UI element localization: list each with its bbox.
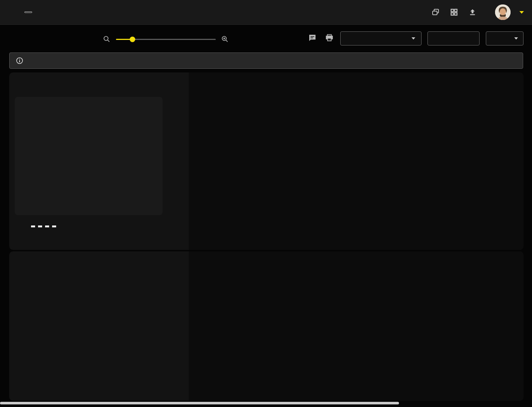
comments-icon[interactable]: [307, 33, 317, 43]
zoom-in-icon[interactable]: [220, 34, 230, 44]
pft-capacity-panel: [9, 72, 524, 250]
gantt-chart: [189, 251, 524, 401]
info-icon: [15, 56, 24, 65]
timeline-zoom-control: [102, 34, 230, 44]
user-menu-caret-icon[interactable]: [519, 11, 524, 14]
app-bar: [0, 0, 532, 25]
zoom-out-icon[interactable]: [102, 34, 112, 44]
horizontal-scrollbar[interactable]: [0, 402, 399, 404]
edit-menu-button[interactable]: [486, 31, 524, 45]
open-windows-icon[interactable]: [431, 7, 440, 17]
classes-in-progress-panel: [9, 251, 524, 401]
classes-legend-card: [15, 97, 163, 215]
upload-icon[interactable]: [468, 7, 477, 17]
apps-grid-icon[interactable]: [449, 7, 459, 17]
squadron-select[interactable]: [340, 31, 422, 45]
toolbar: [0, 25, 532, 52]
zoom-slider-thumb[interactable]: [130, 37, 135, 42]
zoom-slider-track[interactable]: [116, 39, 216, 40]
capacity-chart: [189, 72, 524, 250]
anno-ai-logo: [24, 11, 32, 13]
avatar[interactable]: [495, 4, 511, 20]
target-pft-legend: [18, 225, 57, 227]
powered-by: [22, 11, 32, 13]
edit-menu-caret-icon: [514, 37, 518, 40]
target-pft-dash-sample: [31, 225, 57, 227]
squadron-select-caret-icon: [412, 37, 415, 40]
info-banner: [9, 52, 523, 69]
print-icon[interactable]: [324, 33, 334, 43]
run-scenario-button[interactable]: [427, 31, 480, 45]
